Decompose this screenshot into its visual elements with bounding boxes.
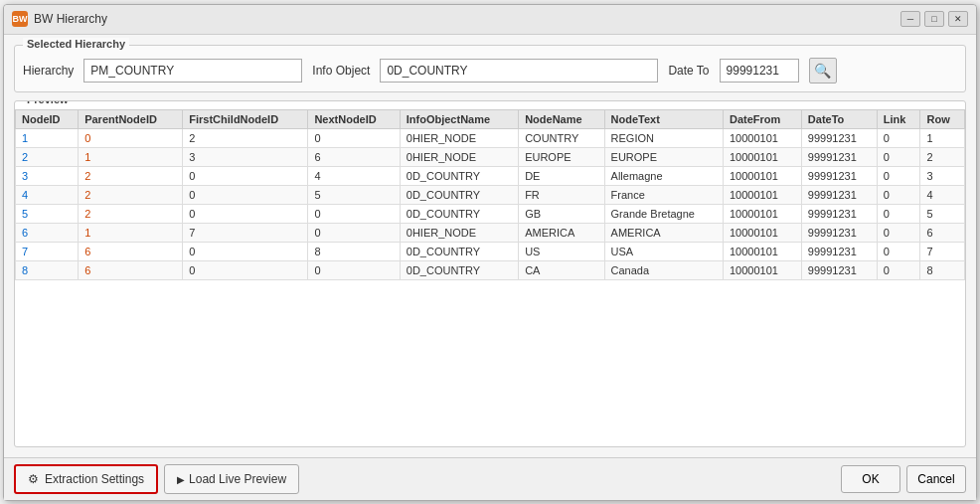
table-cell-row: 8: [920, 260, 965, 279]
table-cell-dateto: 99991231: [801, 223, 877, 242]
main-window: BW BW Hierarchy ─ □ ✕ Selected Hierarchy…: [3, 4, 977, 501]
col-nodetext: NodeText: [604, 109, 723, 128]
table-cell-infoobjectname: 0D_COUNTRY: [400, 242, 518, 260]
footer: Extraction Settings Load Live Preview OK…: [4, 457, 976, 500]
table-cell-nodename: CA: [519, 260, 604, 279]
table-cell-parentnodeid: 6: [79, 242, 183, 260]
table-cell-datefrom: 10000101: [723, 185, 801, 204]
table-cell-nodeid: 5: [16, 204, 79, 223]
date-to-input[interactable]: [720, 59, 799, 83]
preview-group-label: Preview: [23, 100, 73, 105]
table-cell-row: 3: [920, 166, 965, 185]
close-button[interactable]: ✕: [948, 11, 968, 27]
col-nodeid: NodeID: [16, 109, 79, 128]
maximize-button[interactable]: □: [924, 11, 944, 27]
table-cell-link: 0: [877, 128, 920, 147]
table-cell-firstchildnodeid: 0: [183, 204, 308, 223]
table-cell-firstchildnodeid: 2: [183, 128, 308, 147]
table-row: 42050D_COUNTRYFRFrance100001019999123104: [16, 185, 965, 204]
table-cell-row: 4: [920, 185, 965, 204]
load-live-preview-button[interactable]: Load Live Preview: [164, 464, 299, 494]
table-cell-infoobjectname: 0HIER_NODE: [400, 128, 518, 147]
hierarchy-row: Hierarchy Info Object Date To 🔍: [23, 54, 957, 84]
title-bar: BW BW Hierarchy ─ □ ✕: [4, 5, 976, 35]
table-cell-nodeid: 8: [16, 260, 79, 279]
table-cell-row: 2: [920, 147, 965, 166]
date-to-field-label: Date To: [668, 64, 709, 78]
preview-table-container[interactable]: NodeID ParentNodeID FirstChildNodeID Nex…: [15, 109, 965, 447]
table-cell-parentnodeid: 0: [79, 128, 183, 147]
table-cell-firstchildnodeid: 0: [183, 242, 308, 260]
table-cell-firstchildnodeid: 0: [183, 166, 308, 185]
table-cell-nodeid: 6: [16, 223, 79, 242]
table-row: 52000D_COUNTRYGBGrande Bretagne100001019…: [16, 204, 965, 223]
table-row: 76080D_COUNTRYUSUSA100001019999123107: [16, 242, 965, 260]
content-area: Selected Hierarchy Hierarchy Info Object…: [4, 35, 976, 457]
preview-table: NodeID ParentNodeID FirstChildNodeID Nex…: [15, 109, 965, 280]
table-cell-firstchildnodeid: 3: [183, 147, 308, 166]
table-cell-nextnodeid: 5: [308, 185, 400, 204]
table-cell-nodename: COUNTRY: [519, 128, 604, 147]
table-cell-infoobjectname: 0D_COUNTRY: [400, 185, 518, 204]
table-cell-datefrom: 10000101: [723, 166, 801, 185]
table-row: 61700HIER_NODEAMERICAAMERICA100001019999…: [16, 223, 965, 242]
extraction-settings-label: Extraction Settings: [45, 472, 144, 486]
table-cell-firstchildnodeid: 7: [183, 223, 308, 242]
table-header-row: NodeID ParentNodeID FirstChildNodeID Nex…: [16, 109, 965, 128]
table-cell-link: 0: [877, 242, 920, 260]
info-object-field-label: Info Object: [312, 64, 370, 78]
table-cell-nodetext: Grande Bretagne: [604, 204, 723, 223]
app-icon: BW: [12, 11, 28, 27]
cancel-button[interactable]: Cancel: [906, 465, 966, 493]
extraction-settings-button[interactable]: Extraction Settings: [14, 464, 158, 494]
table-cell-parentnodeid: 6: [79, 260, 183, 279]
table-row: 21360HIER_NODEEUROPEEUROPE10000101999912…: [16, 147, 965, 166]
table-cell-nodename: GB: [519, 204, 604, 223]
footer-right-buttons: OK Cancel: [841, 465, 966, 493]
hierarchy-field-label: Hierarchy: [23, 64, 74, 78]
table-cell-row: 7: [920, 242, 965, 260]
title-bar-left: BW BW Hierarchy: [12, 11, 107, 27]
ok-button[interactable]: OK: [841, 465, 900, 493]
table-cell-parentnodeid: 2: [79, 185, 183, 204]
table-cell-nodetext: Allemagne: [604, 166, 723, 185]
selected-hierarchy-group: Selected Hierarchy Hierarchy Info Object…: [14, 45, 966, 92]
col-firstchildnodeid: FirstChildNodeID: [183, 109, 308, 128]
info-object-input[interactable]: [380, 59, 658, 83]
table-cell-link: 0: [877, 185, 920, 204]
table-cell-nodetext: REGION: [604, 128, 723, 147]
table-cell-parentnodeid: 2: [79, 166, 183, 185]
table-cell-infoobjectname: 0HIER_NODE: [400, 147, 518, 166]
table-cell-nodetext: AMERICA: [604, 223, 723, 242]
col-datefrom: DateFrom: [723, 109, 801, 128]
table-cell-dateto: 99991231: [801, 204, 877, 223]
table-body: 10200HIER_NODECOUNTRYREGION1000010199991…: [16, 128, 965, 279]
table-cell-parentnodeid: 1: [79, 147, 183, 166]
minimize-button[interactable]: ─: [900, 11, 920, 27]
table-cell-link: 0: [877, 147, 920, 166]
table-cell-dateto: 99991231: [801, 147, 877, 166]
table-cell-dateto: 99991231: [801, 166, 877, 185]
table-cell-row: 5: [920, 204, 965, 223]
selected-hierarchy-label: Selected Hierarchy: [23, 38, 129, 50]
preview-group: Preview NodeID ParentNodeID FirstChildNo…: [14, 100, 966, 447]
preview-icon: [177, 472, 185, 486]
col-nextnodeid: NextNodeID: [308, 109, 400, 128]
table-cell-datefrom: 10000101: [723, 147, 801, 166]
col-infoobjectname: InfoObjectName: [400, 109, 518, 128]
footer-left-buttons: Extraction Settings Load Live Preview: [14, 464, 299, 494]
table-cell-infoobjectname: 0D_COUNTRY: [400, 260, 518, 279]
col-nodename: NodeName: [519, 109, 604, 128]
table-row: 86000D_COUNTRYCACanada100001019999123108: [16, 260, 965, 279]
search-button[interactable]: 🔍: [809, 58, 837, 84]
table-cell-parentnodeid: 2: [79, 204, 183, 223]
hierarchy-input[interactable]: [83, 59, 302, 83]
table-cell-nextnodeid: 0: [308, 128, 400, 147]
table-cell-nodename: AMERICA: [519, 223, 604, 242]
table-cell-nodeid: 1: [16, 128, 79, 147]
table-cell-nodetext: EUROPE: [604, 147, 723, 166]
table-cell-firstchildnodeid: 0: [183, 185, 308, 204]
table-cell-link: 0: [877, 260, 920, 279]
table-cell-dateto: 99991231: [801, 242, 877, 260]
col-row: Row: [920, 109, 965, 128]
